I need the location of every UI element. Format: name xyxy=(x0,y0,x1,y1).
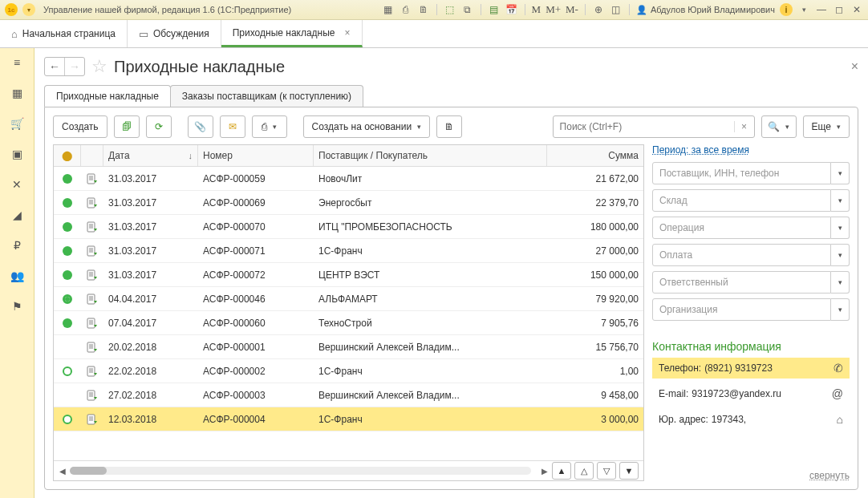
copy-doc-button[interactable]: 🗐 xyxy=(114,115,140,138)
table-row[interactable]: 31.03.2017АСФР-000070ИТЦ "ПРОМБЕЗОПАСНОС… xyxy=(54,215,643,239)
table-row[interactable]: 31.03.2017АСФР-000069Энергосбыт22 379,70 xyxy=(54,191,643,215)
filter-payment[interactable]: Оплата xyxy=(652,244,831,266)
table-row[interactable]: 31.03.2017АСФР-000059НовочЛит21 672,00 xyxy=(54,167,643,191)
subtab-orders[interactable]: Заказы поставщикам (к поступлению) xyxy=(170,85,363,107)
scroll-right-icon[interactable]: ▶ xyxy=(541,467,549,476)
nav-money-icon[interactable]: ₽ xyxy=(9,237,25,253)
dropdown-icon[interactable]: ▾ xyxy=(797,3,810,16)
table-row[interactable]: 12.03.2018АСФР-0000041С-Франч3 000,00 xyxy=(54,407,643,431)
grid-down-button[interactable]: ▽ xyxy=(597,462,616,480)
maximize-icon[interactable]: ◻ xyxy=(833,3,846,16)
nav-forward-button[interactable]: → xyxy=(64,58,84,75)
contact-addr-row[interactable]: Юр. адрес: 197343, ⌂ xyxy=(652,409,850,430)
col-supplier[interactable]: Поставщик / Покупатель xyxy=(314,145,547,166)
toolbar-icon-1[interactable]: ▦ xyxy=(382,3,395,16)
favorite-star-icon[interactable]: ☆ xyxy=(91,56,107,77)
filter-operation-dd[interactable]: ▾ xyxy=(831,217,850,239)
filter-supplier[interactable]: Поставщик, ИНН, телефон xyxy=(652,162,831,184)
search-clear-icon[interactable]: × xyxy=(734,121,754,132)
nav-box-icon[interactable]: ▣ xyxy=(9,146,25,162)
cell-supplier: АЛЬФАМАРТ xyxy=(314,287,547,310)
col-doc[interactable] xyxy=(81,145,103,166)
table-row[interactable]: 22.02.2018АСФР-0000021С-Франч1,00 xyxy=(54,359,643,383)
filter-warehouse-dd[interactable]: ▾ xyxy=(831,189,850,212)
table-row[interactable]: 04.04.2017АСФР-000046АЛЬФАМАРТ79 920,00 xyxy=(54,287,643,311)
calendar-icon[interactable]: 📅 xyxy=(505,3,518,16)
filter-operation[interactable]: Операция xyxy=(652,217,831,239)
document-row-icon xyxy=(87,294,98,305)
info-icon[interactable]: i xyxy=(780,3,793,16)
search-icon: 🔍 xyxy=(768,121,780,132)
print-button[interactable]: ⎙▾ xyxy=(252,115,287,138)
envelope-icon: ✉ xyxy=(229,121,237,132)
scroll-left-icon[interactable]: ◀ xyxy=(59,467,67,476)
document-icon[interactable]: 🗎 xyxy=(417,3,430,16)
grid-top-button[interactable]: ▲ xyxy=(552,462,571,480)
nav-cart-icon[interactable]: 🛒 xyxy=(9,115,25,132)
print-icon[interactable]: ⎙ xyxy=(400,3,412,16)
cell-date: 31.03.2017 xyxy=(103,215,198,238)
col-date[interactable]: Дата xyxy=(103,145,198,166)
menu-icon[interactable]: ≡ xyxy=(9,55,25,71)
mail-button[interactable]: ✉ xyxy=(220,115,245,138)
table-row[interactable]: 27.02.2018АСФР-000003Вершинский Алексей … xyxy=(54,383,643,407)
table-row[interactable]: 31.03.2017АСФР-0000711С-Франч27 000,00 xyxy=(54,239,643,263)
search-input[interactable] xyxy=(554,121,734,132)
zoom-in-icon[interactable]: ⊕ xyxy=(592,3,605,16)
col-sum[interactable]: Сумма xyxy=(547,145,643,166)
collapse-link[interactable]: свернуть xyxy=(809,470,850,481)
filter-payment-dd[interactable]: ▾ xyxy=(831,244,850,266)
attach-button[interactable]: 📎 xyxy=(188,115,213,138)
tab-discussions[interactable]: ▭ Обсуждения xyxy=(128,20,221,47)
nav-tools-icon[interactable]: ✕ xyxy=(9,176,25,192)
subtab-receipts[interactable]: Приходные накладные xyxy=(44,85,171,107)
print-icon: ⎙ xyxy=(262,121,267,132)
filter-org[interactable]: Организация xyxy=(652,298,831,321)
create-button[interactable]: Создать xyxy=(53,115,107,138)
page-close-icon[interactable]: × xyxy=(851,59,858,74)
calculator-icon[interactable]: ▤ xyxy=(488,3,501,16)
app-menu-dropdown[interactable]: ▾ xyxy=(22,3,35,16)
col-number[interactable]: Номер xyxy=(198,145,314,166)
filter-supplier-dd[interactable]: ▾ xyxy=(831,162,850,184)
table-row[interactable]: 07.04.2017АСФР-000060ТехноСтрой7 905,76 xyxy=(54,311,643,335)
nav-chart-icon[interactable]: ◢ xyxy=(9,207,25,223)
copy-icon[interactable]: ⧉ xyxy=(461,3,474,16)
filter-responsible-dd[interactable]: ▾ xyxy=(831,271,850,294)
status-dot-icon xyxy=(63,342,72,352)
tab-home[interactable]: ⌂ Начальная страница xyxy=(0,20,128,47)
minimize-icon[interactable]: — xyxy=(815,3,828,16)
cell-supplier: Энергосбыт xyxy=(314,191,547,214)
close-window-icon[interactable]: ✕ xyxy=(850,3,863,16)
report-button[interactable]: 🗎 xyxy=(436,115,462,138)
filter-warehouse[interactable]: Склад xyxy=(652,189,831,212)
window-icon[interactable]: ◫ xyxy=(610,3,623,16)
zoom-mplus-icon[interactable]: M+ xyxy=(546,3,561,16)
contact-email-row[interactable]: E-mail: 9319723@yandex.ru @ xyxy=(652,383,850,404)
nav-back-button[interactable]: ← xyxy=(45,58,64,75)
nav-flag-icon[interactable]: ⚑ xyxy=(9,298,25,314)
search-button[interactable]: 🔍▾ xyxy=(761,115,797,138)
grid-bottom-button[interactable]: ▼ xyxy=(619,462,639,480)
period-link[interactable]: Период: за все время xyxy=(652,144,850,156)
h-scrollbar[interactable] xyxy=(70,467,531,475)
contact-phone-row[interactable]: Телефон: (8921) 9319723 ✆ xyxy=(652,358,850,379)
zoom-mminus-icon[interactable]: M- xyxy=(566,3,578,16)
tab-receipts[interactable]: Приходные накладные × xyxy=(221,20,363,47)
save-icon[interactable]: ⬚ xyxy=(444,3,456,16)
table-row[interactable]: 20.02.2018АСФР-000001Вершинский Алексей … xyxy=(54,335,643,359)
nav-people-icon[interactable]: 👥 xyxy=(9,268,25,284)
search-box[interactable]: × xyxy=(553,115,755,138)
create-based-button[interactable]: Создать на основании▾ xyxy=(303,115,431,138)
user-label[interactable]: 👤 Абдулов Юрий Владимирович xyxy=(636,5,775,15)
grid-up-button[interactable]: △ xyxy=(574,462,594,480)
col-status[interactable]: ⬤ xyxy=(54,145,81,166)
table-row[interactable]: 31.03.2017АСФР-000072ЦЕНТР ВЭСТ150 000,0… xyxy=(54,263,643,287)
filter-responsible[interactable]: Ответственный xyxy=(652,271,831,294)
filter-org-dd[interactable]: ▾ xyxy=(831,298,850,321)
more-button[interactable]: Еще▾ xyxy=(803,115,850,138)
zoom-m-icon[interactable]: M xyxy=(532,3,541,16)
tab-close-icon[interactable]: × xyxy=(345,27,351,38)
refresh-button[interactable]: ⟳ xyxy=(146,115,172,138)
nav-dashboard-icon[interactable]: ▦ xyxy=(9,85,25,101)
